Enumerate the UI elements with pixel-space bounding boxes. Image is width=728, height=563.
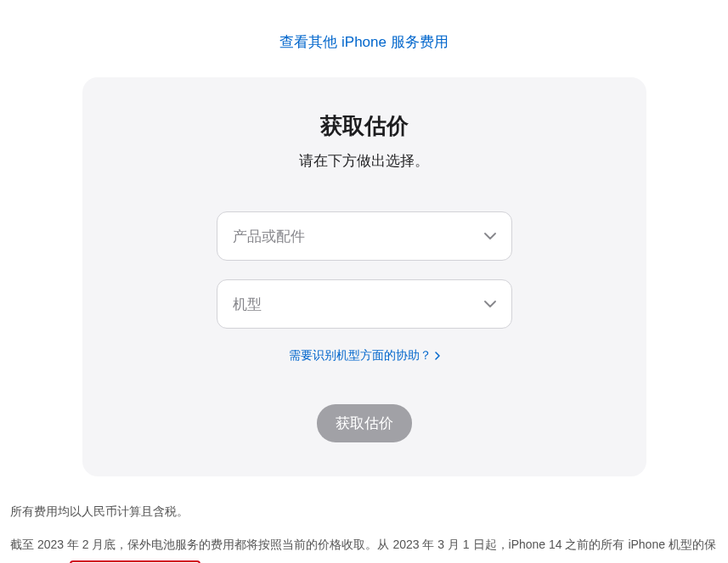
other-services-link[interactable]: 查看其他 iPhone 服务费用 xyxy=(279,34,448,50)
product-select-wrapper: 产品或配件 xyxy=(217,211,512,261)
top-link-container: 查看其他 iPhone 服务费用 xyxy=(0,0,728,77)
card-subtitle: 请在下方做出选择。 xyxy=(125,151,604,171)
identify-model-link[interactable]: 需要识别机型方面的协助？ xyxy=(289,348,440,363)
footer-line-2-text: 截至 2023 年 2 月底，保外电池服务的费用都将按照当前的价格收取。从 20… xyxy=(10,538,716,563)
help-link-label: 需要识别机型方面的协助？ xyxy=(289,348,432,363)
model-select-wrapper: 机型 xyxy=(217,279,512,329)
chevron-down-icon xyxy=(484,233,496,239)
footer-line-1: 所有费用均以人民币计算且含税。 xyxy=(10,498,718,525)
estimate-card: 获取估价 请在下方做出选择。 产品或配件 机型 需要识别机型方面的协助？ 获取估… xyxy=(82,77,646,476)
model-select[interactable]: 机型 xyxy=(217,279,512,329)
chevron-right-icon xyxy=(435,352,440,360)
product-select[interactable]: 产品或配件 xyxy=(217,211,512,261)
chevron-down-icon xyxy=(484,301,496,307)
get-estimate-button[interactable]: 获取估价 xyxy=(317,404,412,442)
footer-line-2: 截至 2023 年 2 月底，保外电池服务的费用都将按照当前的价格收取。从 20… xyxy=(10,532,718,563)
price-increase-highlight: 费用将增加 RMB 169。 xyxy=(70,560,200,563)
card-title: 获取估价 xyxy=(125,111,604,141)
help-link-container: 需要识别机型方面的协助？ xyxy=(125,347,604,363)
model-select-placeholder: 机型 xyxy=(233,295,262,314)
product-select-placeholder: 产品或配件 xyxy=(233,227,305,246)
footer-text: 所有费用均以人民币计算且含税。 截至 2023 年 2 月底，保外电池服务的费用… xyxy=(0,476,728,563)
